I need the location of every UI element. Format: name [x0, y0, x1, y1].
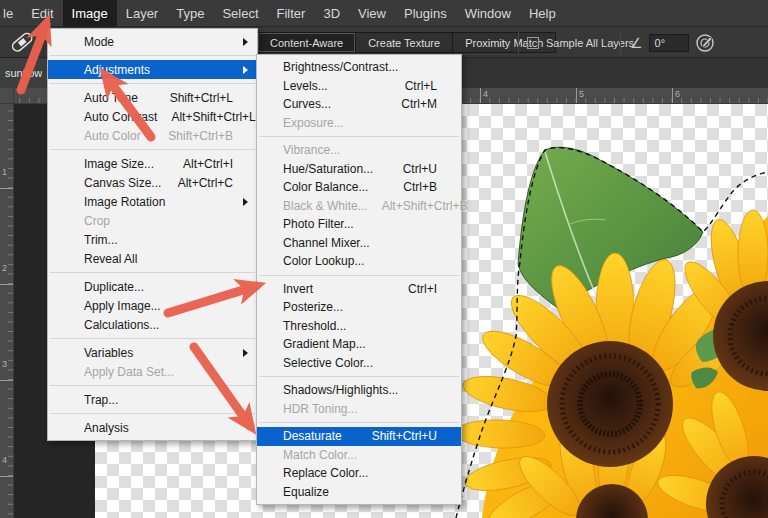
menu-separator — [50, 338, 255, 339]
healing-brush-icon — [8, 29, 36, 55]
divider — [620, 31, 621, 54]
menu-item-equalize[interactable]: Equalize — [257, 483, 461, 502]
ruler-number: 5 — [579, 89, 584, 99]
menubar-item-filter[interactable]: Filter — [268, 0, 315, 27]
image-menu: Mode Adjustments Auto ToneShift+Ctrl+L A… — [47, 28, 258, 441]
menu-separator — [50, 149, 255, 150]
photoshop-window: 4 5 6 1 2 3 4 sunflow Content-Aware — [0, 0, 768, 518]
menu-separator — [50, 83, 255, 84]
menu-item-photo-filter[interactable]: Photo Filter... — [257, 215, 461, 234]
menu-separator — [259, 136, 459, 137]
ruler-number: 6 — [675, 89, 680, 99]
menu-item-hue-saturation[interactable]: Hue/Saturation...Ctrl+U — [257, 160, 461, 179]
menu-item-match-color: Match Color... — [257, 446, 461, 465]
menu-item-image-size[interactable]: Image Size...Alt+Ctrl+I — [48, 154, 257, 173]
create-texture-button[interactable]: Create Texture — [355, 32, 453, 53]
menubar-item-file[interactable]: le — [0, 0, 22, 27]
menu-item-threshold[interactable]: Threshold... — [257, 317, 461, 336]
menu-item-posterize[interactable]: Posterize... — [257, 298, 461, 317]
ruler-number: 4 — [2, 455, 7, 465]
menu-item-mode[interactable]: Mode — [48, 32, 257, 51]
menu-item-black-white: Black & White...Alt+Shift+Ctrl+B — [257, 197, 461, 216]
menu-separator — [50, 413, 255, 414]
ruler-number: 3 — [2, 359, 7, 369]
menu-item-calculations[interactable]: Calculations... — [48, 315, 257, 334]
menu-item-apply-data-set: Apply Data Set... — [48, 362, 257, 381]
sunflower-image — [430, 104, 768, 518]
menu-separator — [50, 385, 255, 386]
menu-item-vibrance: Vibrance... — [257, 141, 461, 160]
menu-item-gradient-map[interactable]: Gradient Map... — [257, 335, 461, 354]
menubar-item-image[interactable]: Image — [63, 0, 117, 27]
tablet-pressure-icon[interactable] — [694, 32, 716, 58]
content-aware-button[interactable]: Content-Aware — [257, 32, 356, 53]
menu-separator — [259, 422, 459, 423]
ruler-number: 1 — [2, 167, 7, 177]
menu-item-auto-tone[interactable]: Auto ToneShift+Ctrl+L — [48, 88, 257, 107]
menu-separator — [50, 272, 255, 273]
menu-item-trap[interactable]: Trap... — [48, 390, 257, 409]
ruler-corner — [0, 88, 14, 104]
menu-item-variables[interactable]: Variables — [48, 343, 257, 362]
ruler-number: 4 — [483, 89, 488, 99]
menubar-item-view[interactable]: View — [349, 0, 395, 27]
menu-item-duplicate[interactable]: Duplicate... — [48, 277, 257, 296]
menubar-item-window[interactable]: Window — [456, 0, 520, 27]
menu-bar: le Edit Image Layer Type Select Filter 3… — [0, 0, 768, 27]
menu-item-reveal-all[interactable]: Reveal All — [48, 249, 257, 268]
menu-separator — [259, 275, 459, 276]
menu-item-levels[interactable]: Levels...Ctrl+L — [257, 77, 461, 96]
menu-item-invert[interactable]: InvertCtrl+I — [257, 280, 461, 299]
menu-item-analysis[interactable]: Analysis — [48, 418, 257, 437]
menu-item-apply-image[interactable]: Apply Image... — [48, 296, 257, 315]
angle-icon: ∠ — [630, 35, 643, 51]
menu-separator — [259, 376, 459, 377]
menu-item-exposure: Exposure... — [257, 114, 461, 133]
menubar-item-edit[interactable]: Edit — [22, 0, 62, 27]
menubar-item-select[interactable]: Select — [213, 0, 267, 27]
menu-item-replace-color[interactable]: Replace Color... — [257, 464, 461, 483]
menu-item-canvas-size[interactable]: Canvas Size...Alt+Ctrl+C — [48, 173, 257, 192]
menubar-item-help[interactable]: Help — [520, 0, 565, 27]
menu-item-adjustments[interactable]: Adjustments — [48, 60, 257, 79]
sample-all-layers-option[interactable]: Sample All Layers — [527, 27, 634, 58]
divider — [518, 31, 519, 54]
menu-item-desaturate[interactable]: DesaturateShift+Ctrl+U — [257, 427, 461, 446]
menu-item-shadows-highlights[interactable]: Shadows/Highlights... — [257, 381, 461, 400]
menu-item-image-rotation[interactable]: Image Rotation — [48, 192, 257, 211]
document-tab-label: sunflow — [5, 67, 42, 79]
menubar-item-3d[interactable]: 3D — [314, 0, 349, 27]
menu-item-brightness-contrast[interactable]: Brightness/Contrast... — [257, 58, 461, 77]
menu-item-channel-mixer[interactable]: Channel Mixer... — [257, 234, 461, 253]
tool-preset-button[interactable] — [0, 27, 44, 58]
menu-item-auto-contrast[interactable]: Auto ContrastAlt+Shift+Ctrl+L — [48, 107, 257, 126]
healing-type-buttons: Content-Aware Create Texture Proximity M… — [258, 32, 556, 53]
menu-item-hdr-toning: HDR Toning... — [257, 400, 461, 419]
menu-separator — [50, 55, 255, 56]
brush-angle-input[interactable]: 0° — [649, 34, 689, 52]
menu-item-curves[interactable]: Curves...Ctrl+M — [257, 95, 461, 114]
adjustments-submenu: Brightness/Contrast... Levels...Ctrl+L C… — [256, 54, 462, 505]
menubar-item-type[interactable]: Type — [167, 0, 213, 27]
menu-item-crop: Crop — [48, 211, 257, 230]
menu-item-color-lookup[interactable]: Color Lookup... — [257, 252, 461, 271]
menu-item-color-balance[interactable]: Color Balance...Ctrl+B — [257, 178, 461, 197]
menubar-item-plugins[interactable]: Plugins — [395, 0, 456, 27]
menu-item-auto-color: Auto ColorShift+Ctrl+B — [48, 126, 257, 145]
vertical-ruler[interactable]: 1 2 3 4 — [0, 104, 14, 518]
menu-item-trim[interactable]: Trim... — [48, 230, 257, 249]
sample-all-layers-checkbox[interactable] — [527, 37, 539, 49]
ruler-number: 2 — [2, 263, 7, 273]
menubar-item-layer[interactable]: Layer — [117, 0, 168, 27]
menu-item-selective-color[interactable]: Selective Color... — [257, 354, 461, 373]
